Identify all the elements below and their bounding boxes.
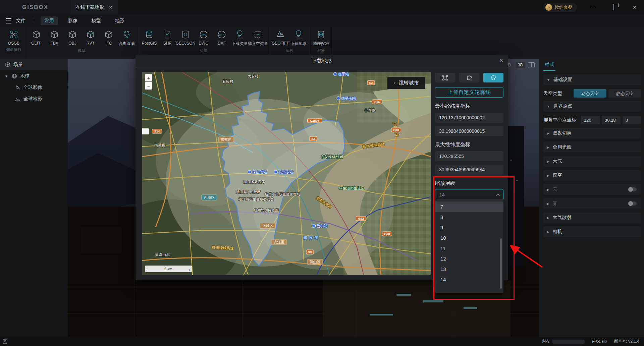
- menu-tab-model[interactable]: 模型: [88, 16, 105, 25]
- toolbar-item-SHP[interactable]: SHP: [158, 29, 176, 47]
- toolbar-item-label: PostGIS: [142, 41, 157, 46]
- zoom-option-9[interactable]: 9: [435, 222, 503, 233]
- center-y-field[interactable]: 30.28: [602, 116, 621, 124]
- cube-icon: [5, 62, 11, 68]
- caret-down-icon[interactable]: ▼: [5, 74, 9, 78]
- sidebar-item-scene[interactable]: 场景: [0, 59, 68, 70]
- renew-plan-button[interactable]: ⚡ 续约套餐: [543, 3, 577, 12]
- dialog-close-icon[interactable]: ✕: [499, 57, 503, 64]
- toolbar-item-下载矢量[interactable]: 下载矢量: [231, 29, 249, 47]
- center-x-field[interactable]: 120: [581, 116, 600, 124]
- toolbar-item-下载地形[interactable]: 下载地形: [289, 29, 308, 47]
- max-longitude-field[interactable]: 120.295505: [435, 151, 503, 161]
- section-全局光照[interactable]: ▶全局光照: [543, 142, 641, 153]
- toolbar-item-GEOJSON[interactable]: GEOJSON: [176, 29, 195, 47]
- split-view-icon[interactable]: [528, 62, 535, 67]
- menu-file[interactable]: 文件: [16, 18, 25, 24]
- section-雾[interactable]: ▶雾: [543, 198, 641, 209]
- jump-city-button[interactable]: ‹ 跳转城市: [387, 77, 425, 89]
- section-world-origin[interactable]: ▼ 世界原点: [543, 101, 641, 112]
- layer-swatch[interactable]: [142, 128, 149, 134]
- select-freeform-mode-button[interactable]: [483, 73, 503, 82]
- sky-static-button[interactable]: 静态天空: [608, 89, 641, 98]
- zoom-option-14[interactable]: 14: [435, 274, 503, 285]
- svg-text:浙江省教育厅: 浙江省教育厅: [244, 180, 265, 184]
- toolbar-item-地理配准[interactable]: 地理配准: [312, 29, 330, 47]
- toolbar-item-OBJ[interactable]: OBJ: [63, 29, 82, 47]
- toolbar-item-GLTF[interactable]: GLTF: [27, 29, 45, 47]
- console-log-icon[interactable]: [0, 339, 10, 344]
- map-zoom-in-button[interactable]: +: [145, 74, 152, 81]
- section-basic-settings[interactable]: ▼ 基础设置: [543, 74, 641, 85]
- map-label: G92: [356, 216, 366, 221]
- maximize-button[interactable]: [609, 4, 619, 10]
- toolbar-item-高斯泼溅[interactable]: 高斯泼溅: [118, 29, 136, 47]
- toolbar-item-插入空矢量[interactable]: 插入空矢量: [249, 29, 267, 47]
- zoom-option-13[interactable]: 13: [435, 264, 503, 274]
- section-夜空[interactable]: ▶夜空: [543, 170, 641, 181]
- lightning-icon: ⚡: [545, 4, 552, 11]
- zoom-option-6[interactable]: 6: [435, 199, 503, 201]
- sidebar-item-earth[interactable]: ▼ 地球: [0, 70, 68, 82]
- screen-center-row: 屏幕中心点坐标 120 30.28 0: [543, 116, 641, 124]
- section-天气[interactable]: ▶天气: [543, 156, 641, 167]
- min-longitude-field[interactable]: 120.13710000000002: [435, 113, 503, 123]
- close-button[interactable]: ✕: [630, 4, 639, 10]
- svg-text:西湖区: 西湖区: [204, 195, 215, 199]
- toolbar-item-DXF[interactable]: DXFDXF: [213, 29, 231, 47]
- layer-sidebar: 场景 ▼ 地球 全球影像 全球地形: [0, 59, 68, 337]
- map-label: 浙江省卫生健康委员会: [239, 197, 274, 201]
- map-label: S16: [372, 100, 382, 104]
- dropdown-scrollbar[interactable]: [500, 238, 502, 289]
- menu-tab-imagery[interactable]: 影像: [64, 16, 82, 25]
- toolbar-item-OSGB[interactable]: OSGB: [5, 29, 23, 46]
- map-scale-bar: 5 km: [145, 266, 192, 272]
- view-3d-button[interactable]: 3D: [516, 62, 525, 68]
- cube-icon: [31, 30, 41, 40]
- section-云[interactable]: ▶云: [543, 184, 641, 195]
- zoom-option-8[interactable]: 8: [435, 212, 503, 222]
- tab-close-icon[interactable]: ✕: [109, 5, 113, 10]
- select-rectangle-mode-button[interactable]: [435, 73, 455, 82]
- map-label: 杭州东站: [274, 170, 293, 174]
- select-polygon-mode-button[interactable]: [459, 73, 479, 82]
- section-昼夜切换[interactable]: ▶昼夜切换: [543, 128, 641, 138]
- zoom-option-11[interactable]: 11: [435, 243, 503, 253]
- memory-label: 内存: [542, 339, 550, 344]
- upload-custom-outline-button[interactable]: 上传自定义轮廓线: [435, 87, 503, 98]
- sky-dynamic-button[interactable]: 动态天空: [574, 89, 606, 98]
- menu-tab-common[interactable]: 常用: [41, 16, 58, 25]
- toolbar-item-FBX[interactable]: FBX: [45, 29, 63, 47]
- toolbar-item-DWG[interactable]: DWGDWG: [195, 29, 213, 47]
- section-label: 夜空: [553, 172, 562, 178]
- toolbar-item-PostGIS[interactable]: PostGIS: [140, 29, 158, 47]
- zoom-option-10[interactable]: 10: [435, 233, 503, 243]
- map-label: S14: [152, 129, 162, 133]
- toolbar-item-GEOTIFF[interactable]: GEOTIFF: [271, 29, 289, 47]
- toggle-off[interactable]: [628, 201, 637, 206]
- app-logo: GISBOX: [0, 0, 70, 14]
- map-canvas[interactable]: 大安村石桥村大潭桥十五堡黄谭山北东站文体公园绿色江南生态园浙江省教育厅浙江省人民…: [142, 72, 431, 275]
- section-大气散射[interactable]: ▶大气散射: [543, 212, 641, 223]
- menu-tab-terrain[interactable]: 地形: [111, 16, 128, 25]
- max-latitude-field[interactable]: 30.393543999999984: [435, 165, 503, 175]
- tab-style[interactable]: 样式: [543, 62, 555, 71]
- zoom-option-12[interactable]: 12: [435, 253, 503, 264]
- sidebar-item-global-terrain[interactable]: 全球地形: [0, 93, 68, 105]
- cube-icon: [104, 30, 114, 40]
- toggle-off[interactable]: [628, 187, 637, 191]
- map-zoom-out-button[interactable]: −: [145, 82, 152, 90]
- map-label: 盈宁站: [312, 224, 328, 228]
- minimize-button[interactable]: —: [588, 4, 598, 10]
- hamburger-icon[interactable]: [6, 18, 11, 23]
- toolbar-item-RVT[interactable]: RVT: [82, 29, 100, 47]
- document-tab[interactable]: 在线下载地形 ✕: [70, 0, 118, 14]
- zoom-level-dropdown: 67891011121314: [435, 199, 503, 293]
- sidebar-item-global-imagery[interactable]: 全球影像: [0, 82, 68, 93]
- min-latitude-field[interactable]: 30.192840000000015: [435, 126, 503, 136]
- toolbar-item-IFC[interactable]: IFC: [100, 29, 118, 47]
- map-label: 杭州市市场监督管理局: [265, 192, 300, 196]
- center-z-field[interactable]: 0: [623, 116, 641, 124]
- zoom-option-7[interactable]: 7: [435, 201, 503, 212]
- section-相机[interactable]: ▶相机: [543, 226, 641, 237]
